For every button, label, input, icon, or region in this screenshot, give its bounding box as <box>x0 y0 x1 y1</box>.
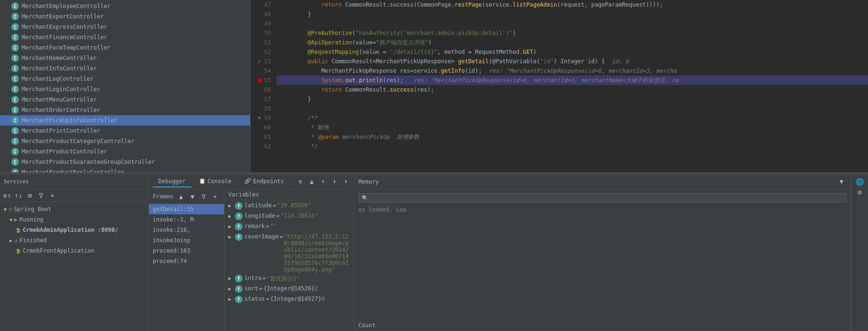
top-area: C MerchantEmployeeController C MerchantE… <box>0 0 868 172</box>
memory-settings-icon[interactable]: ▼ <box>836 177 847 187</box>
frame-item-invoke1[interactable]: invoke:-1, M <box>149 214 224 225</box>
debug-action-stepinto[interactable]: ⬇ <box>329 177 339 187</box>
var-latitude[interactable]: ▶ f latitude = "39.85856" <box>225 201 354 212</box>
tree-item-label: MerchantPickUpInfoController <box>22 117 117 124</box>
tree-item-merchantproductreplycontroller[interactable]: C MerchantProductReplyController <box>0 167 250 172</box>
toolbar-icon-2[interactable]: ↑↓ <box>13 190 24 201</box>
line-62: 62 <box>251 142 273 151</box>
front-app-label: CrmebFrontApplication <box>23 247 95 254</box>
finish-icon: ↺ <box>14 237 17 244</box>
code-line-52: @RequestMapping(value = "/detail/{id}", … <box>277 47 868 57</box>
tree-item-merchantordercontroller[interactable]: C MerchantOrderController <box>0 105 250 115</box>
line-53: ⚡ 53 <box>251 57 273 66</box>
globe-icon[interactable]: 🌐 <box>856 178 864 186</box>
memory-header-icons: ▼ <box>836 177 847 187</box>
debug-node-finished[interactable]: ▶ ↺ Finished <box>0 235 148 246</box>
fold-icon[interactable]: ▼ <box>257 113 262 123</box>
tree-item-merchantinfocontroller[interactable]: C MerchantInfoController <box>0 63 250 74</box>
var-remark[interactable]: ▶ f remark = "" <box>225 222 354 232</box>
toolbar-icon-1[interactable]: ≡↑ <box>2 190 12 201</box>
debug-tab-bar: Debugger 📋 Console 🔗 Endpoints ≡ ▲ ⬇ ⬇ ⬆… <box>149 174 354 189</box>
frames-list: getDetail:55 invoke:-1, M invoke:218, in… <box>149 204 224 331</box>
expand-arrow: ▶ <box>228 297 233 302</box>
var-sort[interactable]: ▶ f sort = {Integer@14526} 2 <box>225 284 354 295</box>
tab-endpoints[interactable]: 🔗 Endpoints <box>239 176 289 187</box>
var-coverimage[interactable]: ▶ f coverImage = "http://47.122.2.120:80… <box>225 232 354 274</box>
frames-down-icon[interactable]: ▼ <box>187 191 198 202</box>
code-line-62: */ <box>277 142 868 151</box>
tree-item-merchantpickupinfocontroller[interactable]: C MerchantPickUpInfoController <box>0 115 250 126</box>
finished-label: Finished <box>19 237 47 244</box>
line-61: 61 <box>251 132 273 142</box>
debug-node-front-app[interactable]: 🍃 CrmebFrontApplication <box>0 246 148 256</box>
var-intro[interactable]: ▶ f intro = "暂无简介1" <box>225 274 354 284</box>
debug-action-menu[interactable]: ≡ <box>295 177 305 187</box>
var-status[interactable]: ▶ f status = {Integer@14527} 0 <box>225 295 354 305</box>
debug-node-running[interactable]: ▼ ▶ Running <box>0 214 148 225</box>
frames-filter-icon[interactable]: ∇ <box>199 191 209 202</box>
class-icon: C <box>11 13 19 20</box>
class-icon: C <box>11 96 19 103</box>
code-line-53: public CommonResult<MerchantPickUpRespon… <box>277 57 868 66</box>
code-editor: 47 48 49 50 51 52 ⚡ 53 54 55 56 57 58 <box>251 0 868 172</box>
line-50: 50 <box>251 28 273 38</box>
tree-item-merchantexpresscontroller[interactable]: C MerchantExpressController <box>0 22 250 32</box>
tree-item-merchantlogcontroller[interactable]: C MerchantLogController <box>0 74 250 84</box>
tab-console[interactable]: 📋 Console <box>193 176 237 187</box>
var-longitude[interactable]: ▶ f longitude = "116.28616" <box>225 212 354 222</box>
debug-action-resume[interactable]: ▲ <box>306 177 317 187</box>
tree-item-merchantemployeecontroller[interactable]: C MerchantEmployeeController <box>0 1 250 11</box>
frame-item-invoke2[interactable]: invoke:218, <box>149 225 224 235</box>
tree-item-merchantprintcontroller[interactable]: C MerchantPrintController <box>0 126 250 136</box>
memory-content: 🔍 es loaded. Loa <box>355 189 851 320</box>
memory-label: Memory <box>358 178 379 185</box>
services-label: Services <box>4 178 29 185</box>
tree-item-merchantproductcategorycontroller[interactable]: C MerchantProductCategoryController <box>0 136 250 146</box>
code-line-56: return CommonResult.success(res); <box>277 85 868 94</box>
class-icon: C <box>11 117 19 124</box>
frame-item-getdetail[interactable]: getDetail:55 <box>149 204 224 214</box>
toolbar-icon-3[interactable]: ⊞ <box>25 190 35 201</box>
far-right-panel: 🌐 ⚙ <box>851 174 868 331</box>
tree-item-merchantformtempcontroller[interactable]: C MerchantFormTempController <box>0 42 250 53</box>
services-toolbar: Services <box>0 174 148 189</box>
tree-item-merchantmenucontroller[interactable]: C MerchantMenuController <box>0 94 250 105</box>
class-icon: C <box>11 127 19 135</box>
tree-item-merchanthomecontroller[interactable]: C MerchantHomeController <box>0 53 250 63</box>
frames-add-icon[interactable]: + <box>210 191 220 202</box>
debug-action-stepover[interactable]: ⬇ <box>318 177 328 187</box>
tree-item-merchantlogincontroller[interactable]: C MerchantLoginController <box>0 84 250 94</box>
tree-item-label: MerchantProductController <box>22 148 107 155</box>
debug-node-admin-app[interactable]: 🍃 CrmebAdminApplication :8090/ <box>0 225 148 235</box>
tab-debugger[interactable]: Debugger <box>153 176 191 187</box>
tree-item-label: MerchantInfoController <box>22 65 97 72</box>
breakpoint-icon[interactable] <box>258 78 262 83</box>
toolbar-icon-5[interactable]: + <box>47 190 58 201</box>
tree-item-merchantproductcontroller[interactable]: C MerchantProductController <box>0 146 250 157</box>
line-56: 56 <box>251 85 273 94</box>
toolbar-icon-4[interactable]: ∇ <box>36 190 46 201</box>
frames-up-icon[interactable]: ▲ <box>176 191 186 202</box>
tree-item-merchantfinancecontroller[interactable]: C MerchantFinanceController <box>0 32 250 42</box>
var-type-icon: f <box>235 275 243 282</box>
search-input[interactable] <box>370 195 843 201</box>
search-box[interactable]: 🔍 <box>358 193 847 203</box>
frame-item-proceed2[interactable]: proceed:74 <box>149 256 224 266</box>
tree-item-merchantproductguaranteegroupcontroller[interactable]: C MerchantProductGuaranteeGroupControlle… <box>0 157 250 167</box>
class-icon: C <box>11 34 19 41</box>
class-icon: C <box>11 85 19 93</box>
expand-arrow: ▶ <box>228 203 233 208</box>
tree-item-label: MerchantProductGuaranteeGroupController <box>22 159 155 165</box>
expand-arrow: ▶ <box>9 238 12 243</box>
frame-item-invokejoin[interactable]: invokeJoinp <box>149 235 224 246</box>
running-label: Running <box>19 216 43 223</box>
debug-left-toolbar: ≡↑ ↑↓ ⊞ ∇ + <box>0 189 148 202</box>
frame-item-proceed1[interactable]: proceed:163 <box>149 246 224 256</box>
app2-icon: 🍃 <box>15 248 21 254</box>
debug-action-stepout[interactable]: ⬆ <box>340 177 351 187</box>
tree-item-merchantexportcontroller[interactable]: C MerchantExportController <box>0 11 250 22</box>
admin-app-label: CrmebAdminApplication :8090/ <box>23 227 118 233</box>
settings-icon[interactable]: ⚙ <box>858 188 861 196</box>
debug-node-springboot[interactable]: ▼ ⚙ Spring Boot <box>0 204 148 214</box>
class-icon: C <box>11 106 19 114</box>
